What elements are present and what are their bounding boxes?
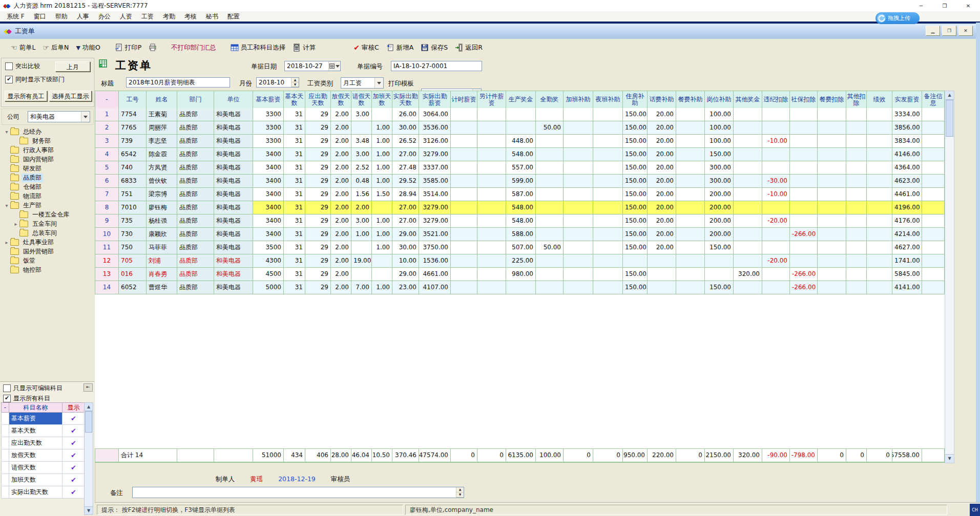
cell[interactable]: [536, 161, 564, 175]
tree-item[interactable]: 物控部: [1, 265, 93, 274]
cell[interactable]: 4364.00: [892, 161, 922, 175]
spinner-arrows-icon[interactable]: ▲▼: [291, 78, 299, 87]
menu-item[interactable]: 人资: [115, 11, 137, 22]
show-all-employees-button[interactable]: 显示所有员工: [5, 91, 47, 101]
cell[interactable]: [593, 268, 623, 281]
cell[interactable]: 3400: [253, 228, 284, 241]
subject-show-check[interactable]: ✔: [62, 437, 85, 449]
add-button[interactable]: 新增A: [383, 42, 418, 54]
scroll-down-icon[interactable]: ▼: [85, 506, 93, 514]
cell[interactable]: 3.00: [351, 108, 372, 121]
cell[interactable]: [734, 108, 762, 121]
cell[interactable]: [451, 241, 477, 254]
cell[interactable]: 150.00: [623, 135, 648, 148]
cell[interactable]: [536, 175, 564, 188]
cell[interactable]: 3.00: [351, 214, 372, 228]
tree-item[interactable]: ▾生产部: [1, 201, 93, 210]
cell[interactable]: 曾伙钦: [147, 175, 177, 188]
cell[interactable]: 100.00: [705, 121, 734, 135]
cell[interactable]: 448.00: [506, 135, 536, 148]
cell[interactable]: [477, 175, 506, 188]
cell[interactable]: 1.00: [372, 228, 392, 241]
cell[interactable]: 150.00: [623, 175, 648, 188]
column-header[interactable]: 姓名: [147, 91, 177, 109]
cell[interactable]: [818, 214, 846, 228]
cell[interactable]: [451, 175, 477, 188]
cell[interactable]: [536, 108, 564, 121]
cell[interactable]: [593, 108, 623, 121]
cell[interactable]: [451, 281, 477, 294]
cell[interactable]: [648, 254, 676, 268]
cell[interactable]: 29: [305, 108, 331, 121]
cell[interactable]: 150.00: [623, 161, 648, 175]
cell[interactable]: [564, 161, 593, 175]
cell[interactable]: [818, 121, 846, 135]
cell[interactable]: [451, 148, 477, 161]
cell[interactable]: [676, 254, 705, 268]
cell[interactable]: [564, 148, 593, 161]
cell[interactable]: 7765: [119, 121, 147, 135]
cell[interactable]: [676, 214, 705, 228]
cell[interactable]: 方凤贤: [147, 161, 177, 175]
cell[interactable]: [818, 201, 846, 214]
cell[interactable]: 730: [119, 228, 147, 241]
cell[interactable]: 31: [284, 175, 305, 188]
tree-expander-icon[interactable]: ▸: [12, 221, 19, 227]
cell[interactable]: [351, 121, 372, 135]
tree-item[interactable]: 行政人事部: [1, 145, 93, 155]
tree-item[interactable]: ▸五金车间: [1, 219, 93, 228]
cell[interactable]: 3064.00: [419, 108, 451, 121]
cell[interactable]: 30.00: [392, 241, 419, 254]
cell[interactable]: 2.00: [331, 214, 351, 228]
cell[interactable]: [846, 268, 867, 281]
cell[interactable]: [818, 241, 846, 254]
cell[interactable]: 100.00: [705, 135, 734, 148]
cell[interactable]: 4627.00: [892, 241, 922, 254]
cell[interactable]: 588.00: [506, 228, 536, 241]
cell[interactable]: 26.00: [392, 108, 419, 121]
cell[interactable]: [790, 201, 818, 214]
cell[interactable]: [846, 281, 867, 294]
column-header[interactable]: -: [95, 91, 119, 109]
cell[interactable]: 750: [119, 241, 147, 254]
cell[interactable]: 周丽萍: [147, 121, 177, 135]
cell[interactable]: 27.00: [392, 214, 419, 228]
totals-cell[interactable]: 0: [477, 449, 506, 462]
cell[interactable]: [451, 161, 477, 175]
totals-cell[interactable]: 2150.00: [705, 449, 734, 462]
cell[interactable]: [867, 161, 892, 175]
cell[interactable]: 735: [119, 214, 147, 228]
cell[interactable]: 2.00: [331, 268, 351, 281]
scroll-down-icon[interactable]: ▼: [945, 454, 954, 463]
cell[interactable]: 1.00: [372, 281, 392, 294]
cell[interactable]: 29.00: [392, 268, 419, 281]
cell[interactable]: 3300: [253, 121, 284, 135]
cell[interactable]: [564, 188, 593, 201]
cell[interactable]: 3337.00: [419, 161, 451, 175]
chevron-down-icon[interactable]: [374, 78, 383, 88]
cell[interactable]: 200.00: [705, 214, 734, 228]
subject-name[interactable]: 加班天数: [9, 474, 62, 486]
subject-name[interactable]: 应出勤天数: [9, 437, 62, 449]
cell[interactable]: 和美电器: [214, 188, 253, 201]
cell[interactable]: [536, 228, 564, 241]
cell[interactable]: [372, 201, 392, 214]
cell[interactable]: [762, 121, 790, 135]
cell[interactable]: [762, 228, 790, 241]
cell[interactable]: [922, 268, 945, 281]
cell[interactable]: [734, 214, 762, 228]
cell[interactable]: 587.00: [506, 188, 536, 201]
cell[interactable]: 梁宗博: [147, 188, 177, 201]
cell[interactable]: 50.00: [536, 241, 564, 254]
cell[interactable]: 28.94: [392, 188, 419, 201]
grid-vertical-scrollbar[interactable]: ▲ ▼: [945, 91, 954, 463]
cell[interactable]: 1536.00: [419, 254, 451, 268]
cell[interactable]: [676, 201, 705, 214]
cell[interactable]: [372, 254, 392, 268]
cell[interactable]: 20.00: [648, 228, 676, 241]
totals-cell[interactable]: [214, 449, 253, 462]
cell[interactable]: 3400: [253, 148, 284, 161]
row-number[interactable]: 4: [95, 148, 119, 161]
cell[interactable]: [734, 135, 762, 148]
totals-cell[interactable]: 0: [593, 449, 623, 462]
